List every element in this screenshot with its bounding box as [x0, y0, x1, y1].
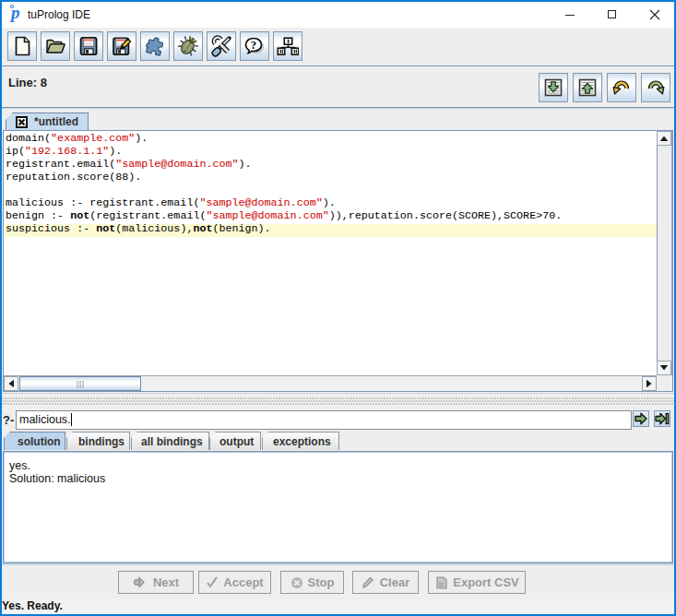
svg-text:?: ?: [251, 38, 257, 52]
